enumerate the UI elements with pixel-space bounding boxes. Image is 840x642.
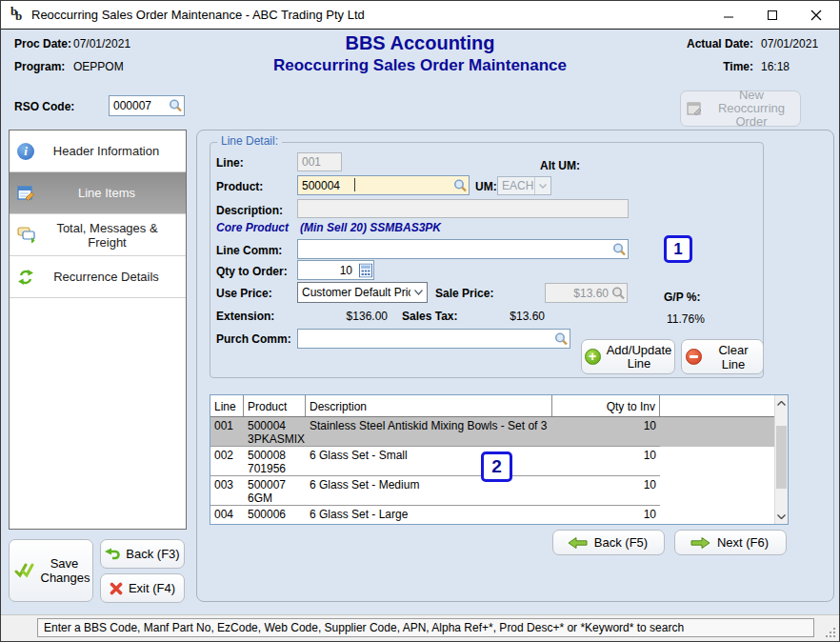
qty-to-order-label: Qty to Order:: [216, 265, 288, 278]
back-f3-button[interactable]: Back (F3): [100, 539, 185, 569]
sidebar-item-total-messages-freight[interactable]: Total, Messages & Freight: [10, 214, 186, 256]
qty-to-order-field: [297, 260, 374, 280]
save-changes-button[interactable]: Save Changes: [9, 539, 93, 602]
purch-comm-search-icon[interactable]: [554, 331, 569, 346]
marker-number: 1: [673, 240, 682, 259]
time-label: Time:: [679, 60, 753, 73]
sidebar-item-label: Total, Messages & Freight: [36, 221, 178, 250]
rso-search-icon[interactable]: [169, 99, 183, 113]
time-value: 16:18: [761, 60, 820, 73]
sales-tax-label: Sales Tax:: [402, 310, 457, 323]
text-caret: [354, 178, 355, 191]
sidebar-item-line-items[interactable]: Line Items: [10, 172, 186, 214]
rso-code-field: [109, 95, 185, 116]
add-update-line-label: Add/Update Line: [607, 344, 672, 371]
back-f5-button[interactable]: Back (F5): [552, 530, 665, 555]
column-header-qty-to-inv[interactable]: Qty to Inv: [552, 395, 660, 416]
line-comm-input[interactable]: [297, 239, 629, 259]
cell-qty: 10: [552, 506, 660, 524]
maximize-button[interactable]: [750, 1, 794, 29]
chevron-down-icon: [534, 177, 550, 194]
purch-comm-input[interactable]: [297, 329, 570, 349]
line-items-icon: [17, 185, 35, 202]
line-comm-search-icon[interactable]: [612, 242, 627, 256]
product-label: Product:: [216, 180, 263, 193]
cell-description: 6 Glass Set - Small: [306, 447, 552, 475]
back-f5-label: Back (F5): [593, 535, 649, 550]
scroll-down-icon[interactable]: [775, 509, 788, 524]
minimize-button[interactable]: [707, 1, 750, 29]
description-label: Description:: [216, 204, 283, 217]
sidebar-item-label: Recurrence Details: [34, 270, 178, 284]
line-label: Line:: [216, 156, 244, 170]
um-select: EACH: [497, 176, 551, 195]
gp-percent-value: 11.76%: [667, 312, 705, 326]
sidebar-item-label: Header Information: [34, 144, 178, 158]
sidebar-item-header-information[interactable]: Header Information: [10, 130, 186, 172]
chevron-down-icon: [410, 283, 427, 302]
app-logo-icon: [10, 7, 27, 24]
column-header-product[interactable]: Product: [244, 395, 306, 416]
window-title: Reoccurring Sales Order Maintenance - AB…: [31, 8, 365, 22]
scrollbar-thumb[interactable]: [776, 426, 787, 489]
new-reoccurring-order-button: New Reoccurring Order: [680, 90, 801, 127]
gp-percent-label: G/P %:: [664, 291, 700, 304]
clear-line-button[interactable]: Clear Line: [681, 339, 764, 374]
minimize-icon: [723, 10, 734, 21]
time-row: Time: 16:18: [679, 60, 820, 73]
sidebar-item-label: Line Items: [35, 186, 178, 200]
cell-description: Stainless Steel Antiskid Mixing Bowls - …: [306, 417, 552, 446]
use-price-label: Use Price:: [216, 287, 272, 300]
core-product-flag: Core Product: [216, 221, 289, 234]
cell-product: 500008701956: [244, 447, 306, 475]
exit-x-icon: [110, 582, 123, 595]
cell-product: 5000043PKASMIX: [244, 417, 306, 446]
use-price-select[interactable]: Customer Default Price: [297, 282, 428, 303]
cell-line: 004: [210, 506, 244, 524]
next-f6-label: Next (F6): [715, 535, 770, 550]
cell-line: 002: [210, 447, 244, 475]
table-row[interactable]: 004 500006 6 Glass Set - Large 10: [210, 506, 788, 525]
line-comm-field: [297, 239, 629, 259]
exit-f4-button[interactable]: Exit (F4): [100, 573, 185, 603]
table-header-row: Line Product Description Qty to Inv: [210, 395, 788, 417]
purch-comm-label: Purch Comm:: [216, 332, 291, 346]
resize-grip-icon[interactable]: [824, 626, 835, 637]
product-search-icon[interactable]: [453, 178, 468, 192]
scroll-up-icon[interactable]: [775, 395, 788, 411]
arrow-left-icon: [569, 537, 588, 549]
um-value: EACH: [498, 179, 534, 192]
table-scrollbar[interactable]: [774, 395, 788, 524]
cell-product: 500006: [244, 506, 306, 524]
back-f3-label: Back (F3): [126, 547, 179, 561]
sale-price-field: [545, 283, 628, 303]
new-order-icon: [687, 101, 703, 117]
next-f6-button[interactable]: Next (F6): [674, 530, 787, 555]
line-comm-label: Line Comm:: [216, 244, 282, 257]
info-icon: [17, 143, 34, 160]
close-button[interactable]: [794, 1, 838, 29]
product-field: [297, 175, 470, 195]
table-row[interactable]: 001 5000043PKASMIX Stainless Steel Antis…: [210, 417, 788, 447]
cell-qty: 10: [552, 417, 660, 446]
extension-label: Extension:: [216, 310, 274, 323]
column-header-line[interactable]: Line: [210, 395, 244, 416]
annotation-marker-2: 2: [481, 451, 512, 482]
arrow-right-icon: [690, 537, 710, 549]
product-input[interactable]: [297, 175, 470, 195]
maximize-icon: [767, 10, 778, 21]
sale-price-search-icon: [611, 286, 626, 300]
sales-tax-value: $13.60: [483, 310, 545, 323]
add-update-line-button[interactable]: Add/Update Line: [581, 339, 675, 374]
save-check-icon: [14, 562, 35, 579]
cell-line: 003: [210, 476, 244, 505]
core-product-note: (Min Sell 20) SSMBAS3PK: [300, 221, 441, 234]
sidebar-item-recurrence-details[interactable]: Recurrence Details: [10, 256, 186, 298]
back-arrow-icon: [105, 548, 120, 561]
calculator-icon[interactable]: [359, 263, 372, 277]
column-header-description[interactable]: Description: [306, 395, 552, 416]
title-bar: Reoccurring Sales Order Maintenance - AB…: [1, 1, 839, 30]
cell-description: 6 Glass Set - Medium: [306, 476, 552, 505]
exit-f4-label: Exit (F4): [129, 581, 175, 595]
messages-icon: [17, 227, 36, 243]
